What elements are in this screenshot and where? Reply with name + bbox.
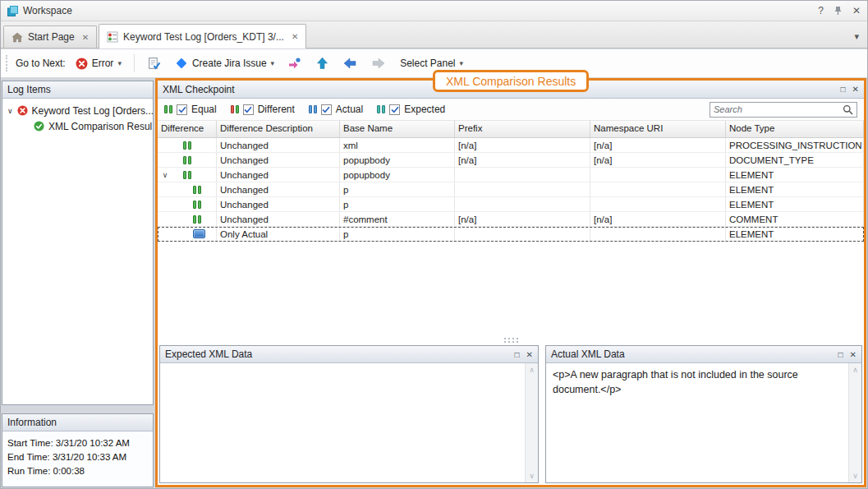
close-panel-icon[interactable]: ✕ xyxy=(526,350,533,359)
table-row[interactable]: ∨ Unchanged popupbody ELEMENT xyxy=(158,168,864,182)
success-icon xyxy=(34,121,44,131)
cell-prefix: [n/a] xyxy=(455,153,590,167)
log-items-tree: ∨ Keyword Test Log [Orders... XML Compar… xyxy=(2,99,153,134)
vertical-scrollbar[interactable]: ∧ ∨ xyxy=(848,363,861,482)
tab-list-dropdown-icon[interactable]: ▾ xyxy=(854,31,859,42)
column-header-base-name[interactable]: Base Name xyxy=(340,121,455,137)
xml-checkpoint-title: XML Checkpoint xyxy=(163,84,235,95)
table-row[interactable]: Unchanged #comment [n/a] [n/a] COMMENT xyxy=(158,212,864,227)
close-panel-icon[interactable]: ✕ xyxy=(850,350,857,359)
information-panel: Information Start Time: 3/31/20 10:32 AM… xyxy=(2,413,154,487)
forward-arrow-icon xyxy=(371,58,386,69)
table-row[interactable]: Unchanged popupbody [n/a] [n/a] DOCUMENT… xyxy=(158,153,864,168)
column-header-difference[interactable]: Difference xyxy=(158,121,217,137)
horizontal-splitter[interactable] xyxy=(158,335,864,345)
tab-label: Keyword Test Log [Orders_KDT] 3/... xyxy=(123,31,284,43)
tree-item-keyword-test-log[interactable]: ∨ Keyword Test Log [Orders... xyxy=(2,103,153,118)
comparison-table: Unchanged xml [n/a] [n/a] PROCESSING_INS… xyxy=(158,138,864,335)
cell-node-type: PROCESSING_INSTRUCTION xyxy=(726,138,864,152)
different-checkbox[interactable] xyxy=(243,104,254,115)
table-header-row: Difference Difference Description Base N… xyxy=(158,121,864,138)
cell-namespace-uri: [n/a] xyxy=(590,212,726,226)
table-row[interactable]: Unchanged xml [n/a] [n/a] PROCESSING_INS… xyxy=(158,138,864,153)
up-level-button[interactable] xyxy=(312,54,333,72)
different-label: Different xyxy=(258,104,295,115)
cell-prefix: [n/a] xyxy=(455,212,590,226)
actual-xml-data-panel: Actual XML Data □ ✕ <p>A new paragraph t… xyxy=(545,345,862,483)
tab-keyword-test-log[interactable]: Keyword Test Log [Orders_KDT] 3/... ✕ xyxy=(99,24,306,48)
chevron-down-icon: ▾ xyxy=(271,59,275,67)
float-panel-icon[interactable]: □ xyxy=(838,350,843,359)
search-box xyxy=(710,102,857,118)
search-input[interactable] xyxy=(714,104,843,114)
create-jira-issue-label: Create Jira Issue xyxy=(192,58,267,69)
cell-node-type: ELEMENT xyxy=(726,168,864,182)
table-row[interactable]: Unchanged p ELEMENT xyxy=(158,197,864,212)
tab-close-icon[interactable]: ✕ xyxy=(292,32,298,41)
information-title: Information xyxy=(7,417,57,428)
close-icon[interactable]: ✕ xyxy=(852,6,861,16)
error-label: Error xyxy=(92,58,114,69)
pin-icon[interactable] xyxy=(834,6,843,16)
expected-label: Expected xyxy=(404,104,445,115)
cell-base-name: p xyxy=(340,182,455,196)
error-icon xyxy=(17,105,28,116)
scroll-down-icon[interactable]: ∨ xyxy=(852,472,858,480)
post-issue-button[interactable] xyxy=(143,54,165,73)
actual-xml-content: <p>A new paragraph that is not included … xyxy=(546,363,848,482)
tab-close-icon[interactable]: ✕ xyxy=(82,33,89,42)
tab-start-page[interactable]: Start Page ✕ xyxy=(3,25,97,48)
cell-description: Unchanged xyxy=(217,182,340,196)
column-header-difference-description[interactable]: Difference Description xyxy=(217,121,340,137)
column-header-prefix[interactable]: Prefix xyxy=(455,121,590,137)
cell-node-type: DOCUMENT_TYPE xyxy=(726,153,864,167)
error-button[interactable]: Error ▾ xyxy=(71,55,126,72)
help-icon[interactable]: ? xyxy=(818,6,824,16)
filter-toolbar: Equal Different Actual Expected xyxy=(158,99,864,121)
annotation-label: XML Comparison Results xyxy=(446,75,576,88)
visualizer-button[interactable] xyxy=(284,54,306,72)
vertical-scrollbar[interactable]: ∧ ∨ xyxy=(525,363,538,482)
scroll-up-icon[interactable]: ∧ xyxy=(529,366,535,374)
column-header-node-type[interactable]: Node Type xyxy=(726,121,864,137)
cell-difference xyxy=(158,153,217,167)
back-button[interactable] xyxy=(338,55,361,72)
up-arrow-icon xyxy=(316,57,328,70)
annotation-callout: XML Comparison Results xyxy=(433,70,589,92)
select-panel-button[interactable]: Select Panel ▾ xyxy=(396,55,467,72)
equal-icon xyxy=(193,201,201,209)
forward-button[interactable] xyxy=(367,55,390,72)
filter-expected: Expected xyxy=(377,104,445,115)
scroll-up-icon[interactable]: ∧ xyxy=(852,366,858,374)
toolbar-grip[interactable] xyxy=(6,55,8,72)
log-items-title: Log Items xyxy=(7,84,51,95)
equal-checkbox[interactable] xyxy=(177,104,187,115)
table-row[interactable]: Unchanged p ELEMENT xyxy=(158,182,864,197)
collapse-icon[interactable]: ∨ xyxy=(7,107,13,115)
scroll-down-icon[interactable]: ∨ xyxy=(529,472,535,480)
cell-prefix xyxy=(455,168,590,182)
close-panel-icon[interactable]: ✕ xyxy=(852,85,859,94)
filter-different: Different xyxy=(231,104,295,115)
cell-description: Unchanged xyxy=(217,153,340,167)
float-panel-icon[interactable]: □ xyxy=(515,350,520,359)
equal-icon xyxy=(164,105,172,113)
create-jira-issue-button[interactable]: Create Jira Issue ▾ xyxy=(171,54,278,72)
actual-checkbox[interactable] xyxy=(321,104,332,115)
float-panel-icon[interactable]: □ xyxy=(841,85,846,94)
expected-checkbox[interactable] xyxy=(389,104,400,115)
equal-icon xyxy=(183,156,191,164)
column-header-namespace-uri[interactable]: Namespace URI xyxy=(590,121,726,137)
actual-icon xyxy=(309,105,317,113)
filter-equal: Equal xyxy=(164,104,217,115)
cell-difference xyxy=(158,197,217,211)
cell-prefix xyxy=(455,227,590,241)
collapse-icon[interactable]: ∨ xyxy=(160,171,170,179)
cell-namespace-uri: [n/a] xyxy=(590,153,726,167)
only-actual-icon xyxy=(193,229,205,238)
cell-namespace-uri xyxy=(590,182,726,196)
tree-item-xml-comparison-result[interactable]: XML Comparison Resul... xyxy=(2,118,153,134)
select-panel-label: Select Panel xyxy=(400,58,455,69)
table-row-selected[interactable]: Only Actual p ELEMENT xyxy=(158,227,864,242)
cell-description: Unchanged xyxy=(217,212,340,226)
